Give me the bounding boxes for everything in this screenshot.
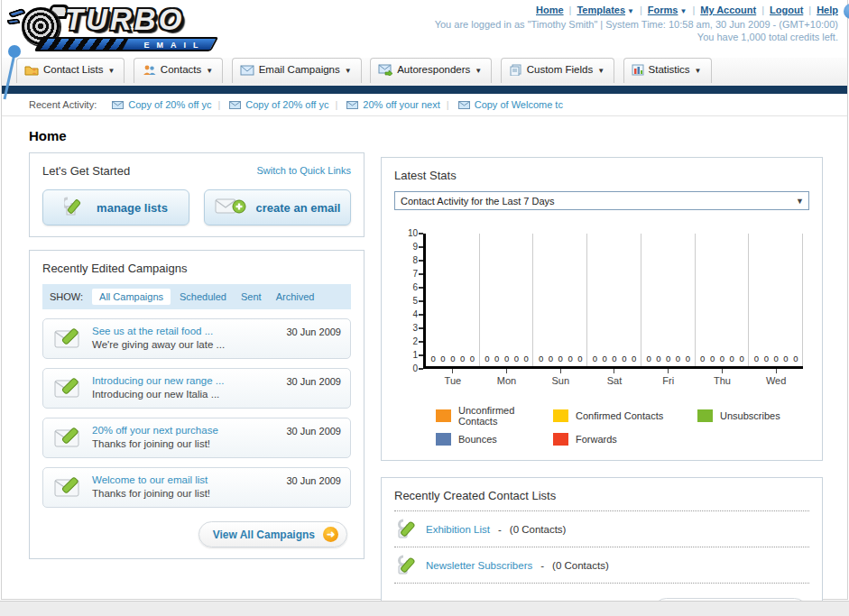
tab-email-campaigns[interactable]: Email Campaigns▼	[232, 58, 362, 83]
value-label: 0	[558, 354, 563, 363]
value-labels: 00000	[480, 354, 534, 363]
create-email-button[interactable]: create an email	[204, 189, 351, 225]
logo-subtitle: EMAIL	[143, 41, 205, 50]
contact-activity-chart: 0123456789100000000000000000000000000000…	[423, 234, 806, 391]
campaign-date: 30 Jun 2009	[286, 326, 341, 337]
tab-contact-lists[interactable]: Contact Lists▼	[16, 58, 125, 83]
flame-icon	[7, 18, 21, 25]
chevron-down-icon: ▼	[107, 67, 115, 75]
value-label: 0	[622, 354, 626, 363]
value-label: 0	[656, 354, 660, 363]
legend-swatch	[553, 433, 568, 446]
nav-link-forms[interactable]: Forms	[648, 5, 678, 15]
value-label: 0	[470, 354, 475, 363]
chevron-down-icon: ▼	[695, 67, 702, 75]
legend-item: Confirmed Contacts	[553, 405, 697, 427]
value-label: 0	[460, 354, 465, 363]
campaigns-title: Recently Edited Campaigns	[42, 262, 351, 275]
manage-lists-button[interactable]: manage lists	[42, 189, 189, 225]
x-tick-label: Wed	[749, 369, 803, 386]
campaign-subtitle: Introducing our new Italia ...	[92, 389, 341, 400]
switch-quick-links-link[interactable]: Switch to Quick Links	[256, 165, 351, 176]
recently-edited-campaigns-panel: Recently Edited Campaigns SHOW: All Camp…	[29, 250, 365, 559]
contact-list-item[interactable]: Exhibition List - (0 Contacts)	[394, 511, 809, 547]
nav-link-help[interactable]: Help	[817, 5, 838, 15]
campaign-date: 30 Jun 2009	[286, 376, 341, 387]
y-tick-mark	[419, 300, 423, 302]
value-labels: 00000	[641, 354, 696, 363]
value-label: 0	[764, 354, 769, 363]
view-all-campaigns-button[interactable]: View All Campaigns ➜	[198, 521, 347, 547]
campaign-row[interactable]: Introducing our new range ... Introducin…	[42, 368, 351, 409]
contact-list-count: (0 Contacts)	[552, 560, 609, 571]
day-label: Sun	[533, 375, 587, 386]
y-tick-label: 5	[401, 296, 418, 306]
campaign-subtitle: Thanks for joining our list!	[92, 488, 341, 499]
contact-list-link[interactable]: Newsletter Subscribers	[426, 560, 532, 571]
logo-bar: EMAIL	[34, 37, 219, 51]
y-tick-label: 8	[401, 255, 418, 265]
x-tick-label: Fri	[641, 369, 696, 386]
tab-custom-fields[interactable]: Custom Fields▼	[501, 58, 614, 83]
y-tick-mark	[419, 260, 423, 262]
y-tick-mark	[419, 327, 423, 329]
y-tick-label: 6	[401, 282, 418, 292]
envelope-plus-icon	[215, 197, 247, 219]
stats-period-value: Contact Activity for the Last 7 Days	[401, 196, 555, 207]
value-label: 0	[612, 354, 616, 363]
y-tick-label: 9	[401, 242, 418, 252]
balloon-marker-left	[2, 43, 25, 101]
latest-stats-panel: Latest Stats Contact Activity for the La…	[381, 157, 823, 461]
day-label: Tue	[426, 375, 480, 386]
filter-sent[interactable]: Sent	[241, 291, 262, 302]
gridline	[802, 234, 803, 366]
activity-item-link[interactable]: Copy of 20% off yc	[128, 99, 211, 110]
filter-archived[interactable]: Archived	[276, 291, 315, 302]
value-labels: 00000	[696, 354, 750, 363]
x-tick-mark	[506, 369, 507, 373]
y-tick-label: 2	[401, 336, 418, 346]
envelope-icon	[346, 95, 358, 117]
x-tick-mark	[560, 369, 561, 373]
activity-item-link[interactable]: 20% off your next	[363, 99, 439, 110]
separator: |	[211, 99, 226, 110]
contact-list-count: (0 Contacts)	[510, 524, 567, 535]
day-label: Mon	[480, 375, 534, 386]
value-label: 0	[773, 354, 778, 363]
value-label: 0	[577, 354, 582, 363]
campaign-row[interactable]: See us at the retail food ... We're givi…	[42, 318, 351, 359]
nav-link-templates[interactable]: Templates	[577, 5, 625, 15]
filter-all-campaigns[interactable]: All Campaigns	[92, 289, 171, 305]
bar-chart-icon	[632, 64, 644, 78]
nav-link-logout[interactable]: Logout	[770, 5, 803, 15]
legend-swatch	[436, 433, 451, 446]
campaign-row[interactable]: 20% off your next purchase Thanks for jo…	[42, 418, 351, 458]
tab-autoresponders[interactable]: Autoresponders▼	[370, 58, 492, 83]
tab-label: Statistics	[649, 64, 690, 75]
tab-label: Custom Fields	[527, 64, 594, 75]
stats-period-select[interactable]: Contact Activity for the Last 7 Days ▼	[394, 191, 809, 210]
y-tick-mark	[419, 341, 423, 343]
y-tick-mark	[419, 354, 423, 356]
nav-link-home[interactable]: Home	[536, 5, 564, 15]
footer-strip	[0, 601, 849, 616]
campaign-subtitle: We're giving away our late ...	[92, 339, 341, 350]
turbo-email-logo[interactable]: TURBO EMAIL	[7, 3, 224, 55]
value-label: 0	[450, 354, 455, 363]
tab-contacts[interactable]: Contacts▼	[134, 58, 223, 83]
person-pencil-icon	[396, 518, 418, 541]
nav-link-my-account[interactable]: My Account	[700, 5, 756, 15]
chevron-down-icon: ▼	[345, 67, 352, 75]
tab-statistics[interactable]: Statistics▼	[623, 58, 712, 83]
page-frame: TURBO EMAIL Home|Templates▼|Forms▼|My Ac…	[1, 0, 848, 600]
y-tick-label: 7	[401, 269, 418, 279]
filter-scheduled[interactable]: Scheduled	[180, 291, 226, 302]
campaign-row[interactable]: Welcome to our email list Thanks for joi…	[42, 467, 351, 508]
value-label: 0	[484, 354, 489, 363]
contact-list-link[interactable]: Exhibition List	[426, 524, 490, 535]
activity-item-link[interactable]: Copy of Welcome tc	[475, 99, 563, 110]
list-pencil-icon	[64, 196, 88, 220]
activity-item-link[interactable]: Copy of 20% off yc	[245, 99, 328, 110]
envelope-icon	[240, 65, 254, 78]
contact-list-item[interactable]: Newsletter Subscribers - (0 Contacts)	[394, 547, 809, 584]
